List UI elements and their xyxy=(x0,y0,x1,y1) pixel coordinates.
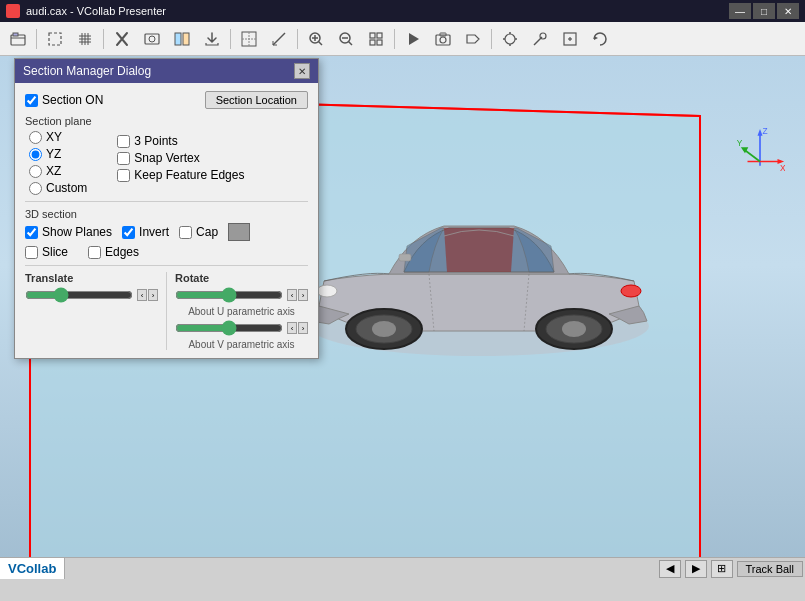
status-bar: VCollab ◀ ▶ ⊞ Track Ball xyxy=(0,557,805,579)
translate-slider[interactable] xyxy=(25,288,133,302)
rotate-v-left-arrow[interactable]: ‹ xyxy=(287,322,297,334)
show-planes-checkbox[interactable] xyxy=(25,226,38,239)
rotate-u-right-arrow[interactable]: › xyxy=(298,289,308,301)
section-plane-group-label: Section plane xyxy=(25,115,308,127)
section-on-label[interactable]: Section ON xyxy=(25,93,103,107)
slider-section: Translate ‹ › Rotate xyxy=(25,272,308,350)
invert-checkbox[interactable] xyxy=(122,226,135,239)
maximize-button[interactable]: □ xyxy=(753,3,775,19)
invert-option[interactable]: Invert xyxy=(122,225,169,239)
edges-option[interactable]: Edges xyxy=(88,245,139,259)
slice-option[interactable]: Slice xyxy=(25,245,68,259)
plane-xz-option[interactable]: XZ xyxy=(29,164,87,178)
fit-button[interactable] xyxy=(556,26,584,52)
snap-vertex-option[interactable]: Snap Vertex xyxy=(117,151,244,165)
view-button[interactable] xyxy=(138,26,166,52)
svg-text:X: X xyxy=(780,163,785,173)
rotate-group: Rotate ‹ › About U parametric axis xyxy=(175,272,308,350)
v-axis-label: About V parametric axis xyxy=(175,339,308,350)
cap-color-swatch[interactable] xyxy=(228,223,250,241)
zoom-out-button[interactable] xyxy=(332,26,360,52)
zoom-in-button[interactable] xyxy=(302,26,330,52)
pan-button[interactable] xyxy=(496,26,524,52)
window-title: audi.cax - VCollab Presenter xyxy=(26,5,166,17)
minimize-button[interactable]: — xyxy=(729,3,751,19)
svg-rect-12 xyxy=(183,33,189,45)
cut-button[interactable] xyxy=(108,26,136,52)
nav-fit-button[interactable]: ⊞ xyxy=(711,560,733,578)
section-on-checkbox[interactable] xyxy=(25,94,38,107)
measure-button[interactable] xyxy=(265,26,293,52)
svg-line-21 xyxy=(349,41,353,45)
show-planes-option[interactable]: Show Planes xyxy=(25,225,112,239)
svg-text:Y: Y xyxy=(737,138,743,148)
svg-point-10 xyxy=(149,36,155,42)
zoom-fit-button[interactable] xyxy=(362,26,390,52)
section-button[interactable] xyxy=(235,26,263,52)
svg-marker-41 xyxy=(594,36,598,40)
app-icon xyxy=(6,4,20,18)
plane-custom-radio[interactable] xyxy=(29,182,42,195)
svg-point-51 xyxy=(317,285,337,297)
plane-xy-radio[interactable] xyxy=(29,131,42,144)
translate-slider-row: ‹ › xyxy=(25,288,158,302)
svg-rect-24 xyxy=(377,33,382,38)
rotate-u-left-arrow[interactable]: ‹ xyxy=(287,289,297,301)
record-button[interactable] xyxy=(459,26,487,52)
compare-button[interactable] xyxy=(168,26,196,52)
viewport[interactable]: Z X Y VCollab ◀ ▶ ⊞ Track Ball xyxy=(0,56,805,579)
plane-yz-radio[interactable] xyxy=(29,148,42,161)
grid-button[interactable] xyxy=(71,26,99,52)
rotate-u-slider[interactable] xyxy=(175,288,283,302)
svg-point-31 xyxy=(505,34,515,44)
plane-custom-option[interactable]: Custom xyxy=(29,181,87,195)
section-location-button[interactable]: Section Location xyxy=(205,91,308,109)
three-points-checkbox[interactable] xyxy=(117,135,130,148)
translate-right-arrow[interactable]: › xyxy=(148,289,158,301)
u-axis-label: About U parametric axis xyxy=(175,306,308,317)
open-button[interactable] xyxy=(4,26,32,52)
cap-checkbox[interactable] xyxy=(179,226,192,239)
close-window-button[interactable]: ✕ xyxy=(777,3,799,19)
cap-option[interactable]: Cap xyxy=(179,225,218,239)
section-manager-dialog: Section Manager Dialog ✕ Section ON Sect… xyxy=(14,58,319,359)
plane-xz-radio[interactable] xyxy=(29,165,42,178)
plane-xy-option[interactable]: XY xyxy=(29,130,87,144)
section-3d-options: Show Planes Invert Cap xyxy=(25,223,308,259)
svg-rect-23 xyxy=(370,33,375,38)
rotate-v-slider[interactable] xyxy=(175,321,283,335)
refresh-button[interactable] xyxy=(586,26,614,52)
keep-feature-edges-checkbox[interactable] xyxy=(117,169,130,182)
play-button[interactable] xyxy=(399,26,427,52)
rotate-v-slider-row: ‹ › xyxy=(175,321,308,335)
dialog-close-button[interactable]: ✕ xyxy=(294,63,310,79)
section-3d-row1: Show Planes Invert Cap xyxy=(25,223,308,241)
svg-rect-2 xyxy=(49,33,61,45)
edges-checkbox[interactable] xyxy=(88,246,101,259)
translate-left-arrow[interactable]: ‹ xyxy=(137,289,147,301)
main-toolbar xyxy=(0,22,805,56)
select-button[interactable] xyxy=(41,26,69,52)
plane-yz-option[interactable]: YZ xyxy=(29,147,87,161)
svg-rect-25 xyxy=(370,40,375,45)
plane-radio-group: XY YZ XZ Custom xyxy=(29,130,87,195)
slice-checkbox[interactable] xyxy=(25,246,38,259)
rotate-v-right-arrow[interactable]: › xyxy=(298,322,308,334)
axis-indicator: Z X Y xyxy=(735,124,785,174)
translate-arrows: ‹ › xyxy=(137,289,158,301)
snap-vertex-checkbox[interactable] xyxy=(117,152,130,165)
nav-next-button[interactable]: ▶ xyxy=(685,560,707,578)
car-model xyxy=(289,136,669,376)
probe-button[interactable] xyxy=(526,26,554,52)
nav-prev-button[interactable]: ◀ xyxy=(659,560,681,578)
screenshot-button[interactable] xyxy=(429,26,457,52)
svg-rect-11 xyxy=(175,33,181,45)
export-button[interactable] xyxy=(198,26,226,52)
svg-rect-53 xyxy=(399,254,411,261)
dialog-title: Section Manager Dialog xyxy=(23,64,151,78)
three-points-option[interactable]: 3 Points xyxy=(117,134,244,148)
keep-feature-edges-option[interactable]: Keep Feature Edges xyxy=(117,168,244,182)
dialog-titlebar: Section Manager Dialog ✕ xyxy=(15,59,318,83)
section-3d-row2: Slice Edges xyxy=(25,245,308,259)
svg-point-50 xyxy=(562,321,586,337)
